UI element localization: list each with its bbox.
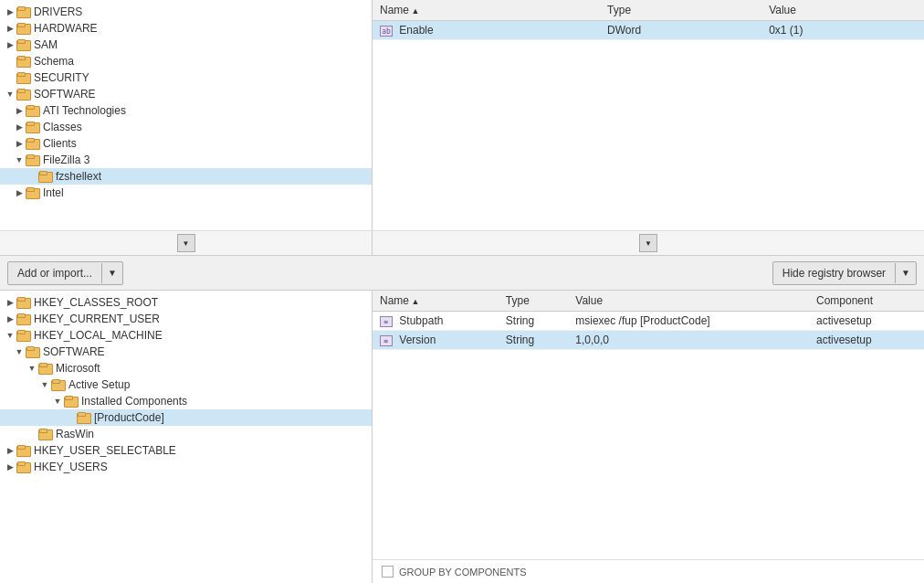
expand-hardware[interactable]: ▶ <box>4 24 16 33</box>
bottom-col-type[interactable]: Type <box>499 291 568 312</box>
top-values-content[interactable]: Name Type Value ab Enable DWord 0x <box>373 0 924 230</box>
top-col-name[interactable]: Name <box>373 0 600 21</box>
top-value-type-enable: DWord <box>600 21 761 40</box>
folder-icon-schema <box>16 56 31 68</box>
add-import-button[interactable]: Add or import... ▼ <box>7 261 123 285</box>
label-hkcr: HKEY_CLASSES_ROOT <box>34 296 158 309</box>
label-clients: Clients <box>43 137 77 150</box>
expand-hku[interactable]: ▶ <box>4 462 16 472</box>
folder-icon-ati <box>26 105 40 117</box>
group-by-components-checkbox[interactable] <box>382 566 394 578</box>
tree-item-software[interactable]: ▼ SOFTWARE <box>0 86 372 102</box>
tree-item-intel[interactable]: ▶ Intel <box>0 185 372 201</box>
bottom-tree-content[interactable]: ▶ HKEY_CLASSES_ROOT ▶ HKEY_CURRENT_USER … <box>0 291 372 583</box>
tree-item-ati[interactable]: ▶ ATI Technologies <box>0 102 372 119</box>
tree-item-hku[interactable]: ▶ HKEY_USERS <box>0 459 372 475</box>
expand-drivers[interactable]: ▶ <box>4 7 16 16</box>
tree-item-installedcomponents[interactable]: ▼ Installed Components <box>0 393 372 409</box>
top-tree-scroll-down[interactable]: ▼ <box>177 234 195 252</box>
expand-installedcomponents[interactable]: ▼ <box>51 397 64 406</box>
expand-hkus[interactable]: ▶ <box>4 446 16 455</box>
type-icon-enable: ab <box>380 26 393 37</box>
tree-item-hklm[interactable]: ▼ HKEY_LOCAL_MACHINE <box>0 327 372 344</box>
expand-activesetup[interactable]: ▼ <box>38 380 51 389</box>
expand-ati[interactable]: ▶ <box>13 106 26 115</box>
tree-item-hkus[interactable]: ▶ HKEY_USER_SELECTABLE <box>0 442 372 459</box>
label-hkus: HKEY_USER_SELECTABLE <box>34 444 176 457</box>
tree-item-schema[interactable]: ▶ Schema <box>0 53 372 69</box>
add-import-arrow-icon[interactable]: ▼ <box>102 264 122 281</box>
group-by-components-text: GROUP BY COMPONENTS <box>399 567 527 578</box>
expand-hkcu[interactable]: ▶ <box>4 314 16 323</box>
tree-item-sam[interactable]: ▶ SAM <box>0 37 372 53</box>
tree-item-hkcr[interactable]: ▶ HKEY_CLASSES_ROOT <box>0 294 372 311</box>
tree-item-hkcu[interactable]: ▶ HKEY_CURRENT_USER <box>0 311 372 327</box>
label-hardware: HARDWARE <box>34 22 98 35</box>
expand-software[interactable]: ▼ <box>4 90 16 99</box>
top-col-value[interactable]: Value <box>761 0 924 21</box>
expand-classes[interactable]: ▶ <box>13 122 26 132</box>
label-drivers: DRIVERS <box>34 5 82 18</box>
top-value-row-enable[interactable]: ab Enable DWord 0x1 (1) <box>373 21 924 40</box>
top-col-type[interactable]: Type <box>600 0 761 21</box>
tree-item-clients[interactable]: ▶ Clients <box>0 135 372 152</box>
tree-item-classes[interactable]: ▶ Classes <box>0 119 372 135</box>
top-values-table: Name Type Value ab Enable DWord 0x <box>373 0 924 40</box>
hide-registry-button[interactable]: Hide registry browser ▼ <box>772 261 917 285</box>
toolbar-section: Add or import... ▼ Hide registry browser… <box>0 256 924 291</box>
tree-item-productcode[interactable]: ▶ [ProductCode] <box>0 409 372 426</box>
bottom-value-name-text-version: Version <box>399 334 436 346</box>
tree-item-filezilla[interactable]: ▼ FileZilla 3 <box>0 152 372 168</box>
top-tree-scroll-bar: ▼ <box>0 230 372 255</box>
tree-item-raswin[interactable]: ▶ RasWin <box>0 426 372 442</box>
folder-icon-hkcu <box>16 313 31 325</box>
tree-item-fzshellext[interactable]: ▶ fzshellext <box>0 168 372 185</box>
tree-item-activesetup[interactable]: ▼ Active Setup <box>0 376 372 393</box>
bottom-value-row-stubpath[interactable]: ≡ Stubpath String msiexec /fup [ProductC… <box>373 312 924 331</box>
bottom-value-component-stubpath: activesetup <box>809 312 924 331</box>
bottom-values-content[interactable]: Name Type Value Component ≡ Stubpath <box>373 291 924 559</box>
top-value-name-text-enable: Enable <box>399 24 433 37</box>
bottom-value-name-stubpath: ≡ Stubpath <box>373 312 499 331</box>
tree-item-software2[interactable]: ▼ SOFTWARE <box>0 344 372 360</box>
folder-icon-microsoft <box>38 363 53 375</box>
expand-intel[interactable]: ▶ <box>13 188 26 197</box>
label-activesetup: Active Setup <box>68 378 130 391</box>
expand-sam[interactable]: ▶ <box>4 40 16 49</box>
bottom-col-component[interactable]: Component <box>809 291 924 312</box>
type-icon-version: ≡ <box>380 335 393 346</box>
expand-hklm[interactable]: ▼ <box>4 331 16 340</box>
tree-item-hardware[interactable]: ▶ HARDWARE <box>0 20 372 37</box>
expand-microsoft[interactable]: ▼ <box>26 364 38 373</box>
tree-item-microsoft[interactable]: ▼ Microsoft <box>0 360 372 376</box>
folder-icon-productcode <box>77 412 91 424</box>
expand-filezilla[interactable]: ▼ <box>13 155 26 164</box>
top-tree-content[interactable]: ▶ DRIVERS ▶ HARDWARE ▶ SAM <box>0 0 372 230</box>
group-by-components-label[interactable]: GROUP BY COMPONENTS <box>382 566 527 578</box>
bottom-value-name-version: ≡ Version <box>373 331 499 350</box>
expand-clients[interactable]: ▶ <box>13 139 26 148</box>
tree-item-security[interactable]: ▶ SECURITY <box>0 69 372 86</box>
top-tree-panel: ▶ DRIVERS ▶ HARDWARE ▶ SAM <box>0 0 373 255</box>
tree-item-drivers[interactable]: ▶ DRIVERS <box>0 4 372 20</box>
top-values-panel: Name Type Value ab Enable DWord 0x <box>373 0 924 255</box>
label-hkcu: HKEY_CURRENT_USER <box>34 313 160 325</box>
label-raswin: RasWin <box>56 428 94 440</box>
hide-registry-arrow-icon[interactable]: ▼ <box>896 264 916 281</box>
expand-hkcr[interactable]: ▶ <box>4 298 16 307</box>
expand-software2[interactable]: ▼ <box>13 347 26 356</box>
folder-icon-security <box>16 72 31 84</box>
bottom-col-value[interactable]: Value <box>568 291 809 312</box>
bottom-col-name[interactable]: Name <box>373 291 499 312</box>
top-values-scroll-down[interactable]: ▼ <box>639 234 657 252</box>
label-productcode: [ProductCode] <box>94 411 164 424</box>
folder-icon-software2 <box>26 346 40 358</box>
bottom-value-row-version[interactable]: ≡ Version String 1,0,0,0 activesetup <box>373 331 924 350</box>
bottom-values-panel: Name Type Value Component ≡ Stubpath <box>373 291 924 583</box>
folder-icon-hkcr <box>16 297 31 309</box>
add-import-label[interactable]: Add or import... <box>8 263 102 283</box>
hide-registry-label[interactable]: Hide registry browser <box>773 263 896 283</box>
bottom-section: ▶ HKEY_CLASSES_ROOT ▶ HKEY_CURRENT_USER … <box>0 291 924 583</box>
bottom-value-component-version: activesetup <box>809 331 924 350</box>
top-section: ▶ DRIVERS ▶ HARDWARE ▶ SAM <box>0 0 924 256</box>
